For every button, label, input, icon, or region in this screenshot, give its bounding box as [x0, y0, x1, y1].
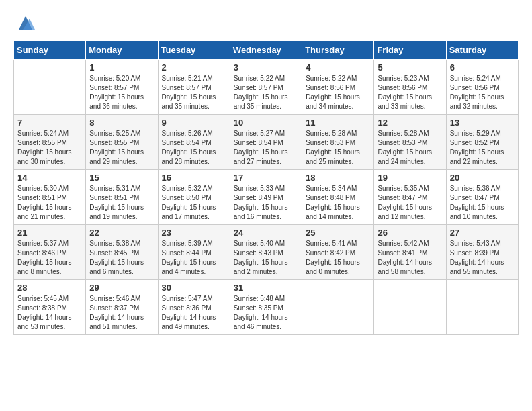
- week-row-5: 28Sunrise: 5:45 AM Sunset: 8:38 PM Dayli…: [14, 280, 519, 335]
- day-header-friday: Friday: [374, 41, 446, 60]
- cell-info: Sunrise: 5:26 AM Sunset: 8:54 PM Dayligh…: [162, 129, 226, 167]
- day-header-sunday: Sunday: [14, 41, 86, 60]
- day-number: 26: [378, 228, 442, 238]
- calendar-cell: 20Sunrise: 5:36 AM Sunset: 8:47 PM Dayli…: [446, 170, 518, 225]
- header: [13, 13, 519, 32]
- cell-info: Sunrise: 5:20 AM Sunset: 8:57 PM Dayligh…: [89, 74, 154, 111]
- cell-info: Sunrise: 5:23 AM Sunset: 8:56 PM Dayligh…: [378, 74, 442, 111]
- calendar-cell: 25Sunrise: 5:41 AM Sunset: 8:42 PM Dayli…: [302, 225, 374, 280]
- calendar-cell: 24Sunrise: 5:40 AM Sunset: 8:43 PM Dayli…: [230, 225, 302, 280]
- day-header-saturday: Saturday: [446, 41, 518, 60]
- cell-info: Sunrise: 5:38 AM Sunset: 8:45 PM Dayligh…: [89, 239, 154, 277]
- cell-info: Sunrise: 5:30 AM Sunset: 8:51 PM Dayligh…: [17, 184, 82, 222]
- cell-info: Sunrise: 5:45 AM Sunset: 8:38 PM Dayligh…: [17, 294, 82, 332]
- calendar-cell: 19Sunrise: 5:35 AM Sunset: 8:47 PM Dayli…: [374, 170, 446, 225]
- cell-info: Sunrise: 5:48 AM Sunset: 8:35 PM Dayligh…: [234, 294, 298, 332]
- calendar-cell: 11Sunrise: 5:28 AM Sunset: 8:53 PM Dayli…: [302, 115, 374, 170]
- day-number: 6: [450, 62, 515, 73]
- day-number: 8: [89, 118, 154, 128]
- cell-info: Sunrise: 5:25 AM Sunset: 8:55 PM Dayligh…: [89, 129, 154, 167]
- day-number: 11: [306, 118, 370, 128]
- cell-info: Sunrise: 5:29 AM Sunset: 8:52 PM Dayligh…: [450, 129, 515, 167]
- calendar-cell: [446, 280, 518, 335]
- cell-info: Sunrise: 5:34 AM Sunset: 8:48 PM Dayligh…: [306, 184, 370, 222]
- day-number: 15: [89, 173, 154, 183]
- calendar-cell: 30Sunrise: 5:47 AM Sunset: 8:36 PM Dayli…: [158, 280, 230, 335]
- day-number: 14: [17, 173, 82, 183]
- logo-icon: [16, 13, 35, 32]
- calendar-cell: 6Sunrise: 5:24 AM Sunset: 8:56 PM Daylig…: [446, 60, 518, 115]
- cell-info: Sunrise: 5:40 AM Sunset: 8:43 PM Dayligh…: [234, 239, 298, 277]
- day-number: 3: [234, 62, 298, 73]
- calendar-cell: 22Sunrise: 5:38 AM Sunset: 8:45 PM Dayli…: [86, 225, 158, 280]
- day-number: 16: [162, 173, 226, 183]
- cell-info: Sunrise: 5:22 AM Sunset: 8:57 PM Dayligh…: [234, 74, 298, 111]
- calendar-cell: 29Sunrise: 5:46 AM Sunset: 8:37 PM Dayli…: [86, 280, 158, 335]
- day-number: 4: [306, 62, 370, 73]
- cell-info: Sunrise: 5:27 AM Sunset: 8:54 PM Dayligh…: [234, 129, 298, 167]
- day-number: 1: [89, 62, 154, 73]
- day-number: 18: [306, 173, 370, 183]
- day-number: 12: [378, 118, 442, 128]
- cell-info: Sunrise: 5:28 AM Sunset: 8:53 PM Dayligh…: [306, 129, 370, 167]
- day-header-tuesday: Tuesday: [158, 41, 230, 60]
- cell-info: Sunrise: 5:42 AM Sunset: 8:41 PM Dayligh…: [378, 239, 442, 277]
- calendar-cell: 23Sunrise: 5:39 AM Sunset: 8:44 PM Dayli…: [158, 225, 230, 280]
- week-row-2: 7Sunrise: 5:24 AM Sunset: 8:55 PM Daylig…: [14, 115, 519, 170]
- calendar-cell: 28Sunrise: 5:45 AM Sunset: 8:38 PM Dayli…: [14, 280, 86, 335]
- day-number: 2: [162, 62, 226, 73]
- calendar-cell: 2Sunrise: 5:21 AM Sunset: 8:57 PM Daylig…: [158, 60, 230, 115]
- day-number: 10: [234, 118, 298, 128]
- cell-info: Sunrise: 5:41 AM Sunset: 8:42 PM Dayligh…: [306, 239, 370, 277]
- cell-info: Sunrise: 5:32 AM Sunset: 8:50 PM Dayligh…: [162, 184, 226, 222]
- day-number: 23: [162, 228, 226, 238]
- logo: [13, 13, 35, 32]
- calendar-cell: 7Sunrise: 5:24 AM Sunset: 8:55 PM Daylig…: [14, 115, 86, 170]
- calendar-cell: 17Sunrise: 5:33 AM Sunset: 8:49 PM Dayli…: [230, 170, 302, 225]
- calendar-cell: 16Sunrise: 5:32 AM Sunset: 8:50 PM Dayli…: [158, 170, 230, 225]
- cell-info: Sunrise: 5:46 AM Sunset: 8:37 PM Dayligh…: [89, 294, 154, 332]
- cell-info: Sunrise: 5:31 AM Sunset: 8:51 PM Dayligh…: [89, 184, 154, 222]
- week-row-4: 21Sunrise: 5:37 AM Sunset: 8:46 PM Dayli…: [14, 225, 519, 280]
- day-header-thursday: Thursday: [302, 41, 374, 60]
- day-number: 21: [17, 228, 82, 238]
- cell-info: Sunrise: 5:24 AM Sunset: 8:55 PM Dayligh…: [17, 129, 82, 167]
- day-number: 31: [234, 283, 298, 293]
- day-number: 30: [162, 283, 226, 293]
- calendar-cell: [302, 280, 374, 335]
- calendar-cell: 13Sunrise: 5:29 AM Sunset: 8:52 PM Dayli…: [446, 115, 518, 170]
- day-number: 19: [378, 173, 442, 183]
- header-row: SundayMondayTuesdayWednesdayThursdayFrid…: [14, 41, 519, 60]
- calendar-cell: 1Sunrise: 5:20 AM Sunset: 8:57 PM Daylig…: [86, 60, 158, 115]
- calendar-cell: 12Sunrise: 5:28 AM Sunset: 8:53 PM Dayli…: [374, 115, 446, 170]
- day-number: 20: [450, 173, 515, 183]
- week-row-3: 14Sunrise: 5:30 AM Sunset: 8:51 PM Dayli…: [14, 170, 519, 225]
- calendar-cell: 31Sunrise: 5:48 AM Sunset: 8:35 PM Dayli…: [230, 280, 302, 335]
- calendar-cell: 15Sunrise: 5:31 AM Sunset: 8:51 PM Dayli…: [86, 170, 158, 225]
- calendar-cell: [374, 280, 446, 335]
- day-number: 22: [89, 228, 154, 238]
- day-number: 5: [378, 62, 442, 73]
- week-row-1: 1Sunrise: 5:20 AM Sunset: 8:57 PM Daylig…: [14, 60, 519, 115]
- calendar-cell: 9Sunrise: 5:26 AM Sunset: 8:54 PM Daylig…: [158, 115, 230, 170]
- day-number: 9: [162, 118, 226, 128]
- day-number: 7: [17, 118, 82, 128]
- day-number: 29: [89, 283, 154, 293]
- cell-info: Sunrise: 5:39 AM Sunset: 8:44 PM Dayligh…: [162, 239, 226, 277]
- calendar-cell: [14, 60, 86, 115]
- day-number: 13: [450, 118, 515, 128]
- calendar-cell: 27Sunrise: 5:43 AM Sunset: 8:39 PM Dayli…: [446, 225, 518, 280]
- day-header-wednesday: Wednesday: [230, 41, 302, 60]
- cell-info: Sunrise: 5:24 AM Sunset: 8:56 PM Dayligh…: [450, 74, 515, 111]
- calendar-cell: 3Sunrise: 5:22 AM Sunset: 8:57 PM Daylig…: [230, 60, 302, 115]
- day-number: 24: [234, 228, 298, 238]
- page: SundayMondayTuesdayWednesdayThursdayFrid…: [0, 0, 532, 342]
- cell-info: Sunrise: 5:33 AM Sunset: 8:49 PM Dayligh…: [234, 184, 298, 222]
- calendar-cell: 14Sunrise: 5:30 AM Sunset: 8:51 PM Dayli…: [14, 170, 86, 225]
- cell-info: Sunrise: 5:47 AM Sunset: 8:36 PM Dayligh…: [162, 294, 226, 332]
- calendar: SundayMondayTuesdayWednesdayThursdayFrid…: [13, 40, 519, 335]
- calendar-cell: 10Sunrise: 5:27 AM Sunset: 8:54 PM Dayli…: [230, 115, 302, 170]
- calendar-cell: 5Sunrise: 5:23 AM Sunset: 8:56 PM Daylig…: [374, 60, 446, 115]
- calendar-cell: 8Sunrise: 5:25 AM Sunset: 8:55 PM Daylig…: [86, 115, 158, 170]
- cell-info: Sunrise: 5:35 AM Sunset: 8:47 PM Dayligh…: [378, 184, 442, 222]
